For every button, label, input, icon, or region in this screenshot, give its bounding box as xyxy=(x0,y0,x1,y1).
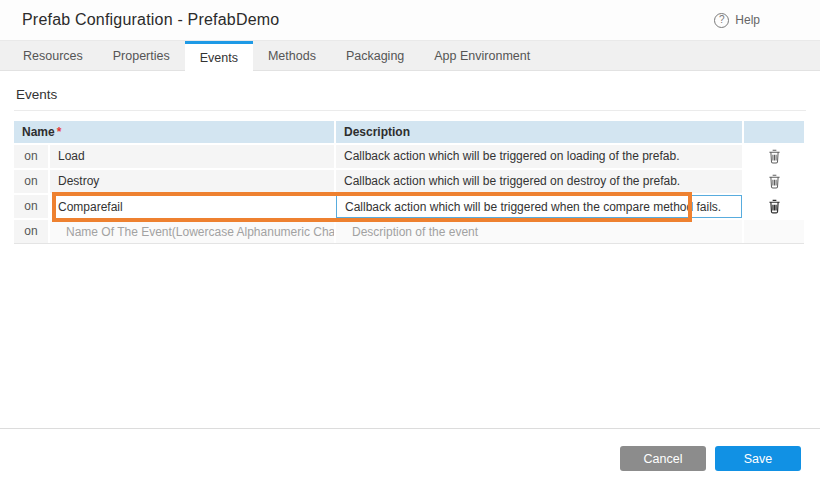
events-table: Name* Description on Load Callback actio… xyxy=(14,121,804,244)
new-event-description-input[interactable] xyxy=(344,220,742,243)
help-label: Help xyxy=(735,13,760,27)
tab-packaging[interactable]: Packaging xyxy=(331,41,419,70)
event-name-input[interactable] xyxy=(50,195,334,218)
delete-event-button[interactable] xyxy=(744,195,804,218)
tab-bar: Resources Properties Events Methods Pack… xyxy=(0,41,820,71)
event-name-cell[interactable]: Destroy xyxy=(50,170,334,193)
trash-icon xyxy=(768,199,781,214)
column-header-description: Description xyxy=(336,121,742,143)
event-name-cell[interactable]: Load xyxy=(50,145,334,168)
title-bar: Prefab Configuration - PrefabDemo ? Help xyxy=(0,0,820,41)
table-row-load: on Load Callback action which will be tr… xyxy=(14,145,804,168)
cancel-button[interactable]: Cancel xyxy=(620,446,706,471)
name-header-label: Name xyxy=(22,125,55,139)
tab-events[interactable]: Events xyxy=(185,41,253,71)
column-header-actions xyxy=(744,121,804,143)
footer-bar: Cancel Save xyxy=(0,428,820,487)
event-prefix: on xyxy=(14,195,48,218)
event-description-cell xyxy=(336,220,742,243)
tab-properties[interactable]: Properties xyxy=(98,41,185,70)
delete-event-button[interactable] xyxy=(744,145,804,168)
prefab-configuration-dialog: Prefab Configuration - PrefabDemo ? Help… xyxy=(0,0,820,487)
trash-icon xyxy=(768,149,781,164)
event-actions-cell xyxy=(744,145,804,168)
trash-icon xyxy=(768,174,781,189)
event-description-cell[interactable]: Callback action which will be triggered … xyxy=(336,170,742,193)
table-header-row: Name* Description xyxy=(14,121,804,143)
help-button[interactable]: ? Help xyxy=(714,13,760,28)
column-header-name: Name* xyxy=(14,121,334,143)
table-row-new-event: on xyxy=(14,220,804,244)
event-actions-cell xyxy=(744,220,804,243)
new-event-name-input[interactable] xyxy=(58,220,334,243)
event-prefix: on xyxy=(14,170,48,193)
section-divider xyxy=(14,110,806,111)
section-title: Events xyxy=(16,87,820,102)
event-description-input[interactable] xyxy=(336,195,742,218)
page-title: Prefab Configuration - PrefabDemo xyxy=(22,11,279,29)
event-prefix: on xyxy=(14,145,48,168)
table-row-comparefail: on xyxy=(14,195,804,218)
event-actions-cell xyxy=(744,170,804,193)
event-prefix: on xyxy=(14,220,48,243)
question-circle-icon: ? xyxy=(714,13,729,28)
event-name-cell xyxy=(50,220,334,243)
delete-event-button[interactable] xyxy=(744,170,804,193)
event-name-cell xyxy=(50,195,334,218)
event-description-cell[interactable]: Callback action which will be triggered … xyxy=(336,145,742,168)
event-description-cell xyxy=(336,195,742,218)
tab-methods[interactable]: Methods xyxy=(253,41,331,70)
events-panel: Events Name* Description on Load Callbac… xyxy=(0,71,820,428)
event-actions-cell xyxy=(744,195,804,218)
tab-resources[interactable]: Resources xyxy=(8,41,98,70)
table-row-destroy: on Destroy Callback action which will be… xyxy=(14,170,804,193)
required-marker: * xyxy=(57,125,62,139)
tab-app-environment[interactable]: App Environment xyxy=(419,41,545,70)
save-button[interactable]: Save xyxy=(715,446,801,471)
